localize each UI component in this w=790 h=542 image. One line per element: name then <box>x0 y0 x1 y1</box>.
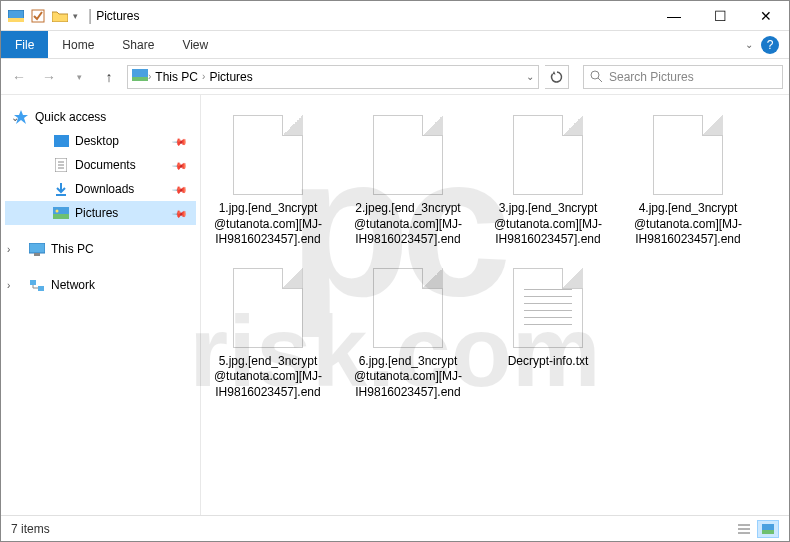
statusbar: 7 items <box>1 515 789 541</box>
sidebar-item-network[interactable]: › Network <box>5 273 196 297</box>
file-name: 1.jpg.[end_3ncrypt@tutanota.com][MJ-IH98… <box>213 201 323 248</box>
file-item[interactable]: 1.jpg.[end_3ncrypt@tutanota.com][MJ-IH98… <box>213 115 323 248</box>
svg-rect-19 <box>30 280 36 285</box>
sidebar-item-downloads[interactable]: Downloads 📌 <box>5 177 196 201</box>
file-item[interactable]: 4.jpg.[end_3ncrypt@tutanota.com][MJ-IH98… <box>633 115 743 248</box>
blank-file-icon <box>653 115 723 195</box>
text-file-icon <box>513 268 583 348</box>
file-item[interactable]: Decrypt-info.txt <box>493 268 603 401</box>
svg-rect-17 <box>29 243 45 253</box>
pin-icon: 📌 <box>172 205 188 221</box>
picture-icon <box>53 205 69 221</box>
expand-icon[interactable]: › <box>7 244 10 255</box>
blank-file-icon <box>373 268 443 348</box>
help-icon[interactable]: ? <box>761 36 779 54</box>
sidebar-item-desktop[interactable]: Desktop 📌 <box>5 129 196 153</box>
search-icon <box>590 70 603 83</box>
sidebar-item-documents[interactable]: Documents 📌 <box>5 153 196 177</box>
sidebar-item-this-pc[interactable]: › This PC <box>5 237 196 261</box>
search-input[interactable]: Search Pictures <box>583 65 783 89</box>
expand-icon[interactable]: › <box>7 280 10 291</box>
recent-dropdown-icon[interactable]: ▾ <box>67 65 91 89</box>
explorer-icon <box>7 7 25 25</box>
file-name: 5.jpg.[end_3ncrypt@tutanota.com][MJ-IH98… <box>213 354 323 401</box>
svg-point-16 <box>56 210 59 213</box>
file-name: Decrypt-info.txt <box>508 354 589 370</box>
breadcrumb[interactable]: This PC <box>151 70 202 84</box>
svg-rect-4 <box>132 77 148 81</box>
sidebar-item-quick-access[interactable]: ⌄ Quick access <box>5 105 196 129</box>
blank-file-icon <box>513 115 583 195</box>
download-icon <box>53 181 69 197</box>
ribbon-expand-icon[interactable]: ⌄ <box>745 39 753 50</box>
minimize-button[interactable]: — <box>651 1 697 31</box>
file-item[interactable]: 6.jpg.[end_3ncrypt@tutanota.com][MJ-IH98… <box>353 268 463 401</box>
address-dropdown-icon[interactable]: ⌄ <box>526 71 534 82</box>
computer-icon <box>29 241 45 257</box>
svg-rect-7 <box>54 135 69 145</box>
pin-icon: 📌 <box>172 181 188 197</box>
qat-folder-icon[interactable] <box>51 7 69 25</box>
file-item[interactable]: 5.jpg.[end_3ncrypt@tutanota.com][MJ-IH98… <box>213 268 323 401</box>
back-button[interactable]: ← <box>7 65 31 89</box>
svg-rect-25 <box>762 530 774 534</box>
navbar: ← → ▾ ↑ › This PC › Pictures ⌄ Search Pi… <box>1 59 789 95</box>
svg-rect-15 <box>53 214 69 219</box>
desktop-icon <box>53 133 69 149</box>
svg-rect-20 <box>38 286 44 291</box>
details-view-button[interactable] <box>733 520 755 538</box>
network-icon <box>29 277 45 293</box>
pin-icon: 📌 <box>172 133 188 149</box>
file-name: 6.jpg.[end_3ncrypt@tutanota.com][MJ-IH98… <box>353 354 463 401</box>
file-list[interactable]: 1.jpg.[end_3ncrypt@tutanota.com][MJ-IH98… <box>201 95 789 515</box>
file-item[interactable]: 2.jpeg.[end_3ncrypt@tutanota.com][MJ-IH9… <box>353 115 463 248</box>
view-tab[interactable]: View <box>168 31 222 58</box>
svg-line-6 <box>598 78 602 82</box>
address-bar[interactable]: › This PC › Pictures ⌄ <box>127 65 539 89</box>
window-title: Pictures <box>96 9 139 23</box>
document-icon <box>53 157 69 173</box>
titlebar: ▾ | Pictures — ☐ ✕ <box>1 1 789 31</box>
home-tab[interactable]: Home <box>48 31 108 58</box>
icons-view-button[interactable] <box>757 520 779 538</box>
blank-file-icon <box>233 115 303 195</box>
forward-button[interactable]: → <box>37 65 61 89</box>
blank-file-icon <box>233 268 303 348</box>
share-tab[interactable]: Share <box>108 31 168 58</box>
pin-icon: 📌 <box>172 157 188 173</box>
ribbon: File Home Share View ⌄ ? <box>1 31 789 59</box>
qat-dropdown-icon[interactable]: ▾ <box>73 11 78 21</box>
svg-rect-18 <box>34 253 40 256</box>
qat-properties-icon[interactable] <box>29 7 47 25</box>
item-count: 7 items <box>11 522 50 536</box>
sidebar-item-pictures[interactable]: Pictures 📌 <box>5 201 196 225</box>
file-tab[interactable]: File <box>1 31 48 58</box>
file-name: 2.jpeg.[end_3ncrypt@tutanota.com][MJ-IH9… <box>353 201 463 248</box>
breadcrumb[interactable]: Pictures <box>205 70 256 84</box>
refresh-button[interactable] <box>545 65 569 89</box>
file-item[interactable]: 3.jpg.[end_3ncrypt@tutanota.com][MJ-IH98… <box>493 115 603 248</box>
blank-file-icon <box>373 115 443 195</box>
collapse-icon[interactable]: ⌄ <box>11 112 19 123</box>
svg-rect-8 <box>54 145 69 147</box>
up-button[interactable]: ↑ <box>97 65 121 89</box>
svg-rect-1 <box>8 18 24 22</box>
close-button[interactable]: ✕ <box>743 1 789 31</box>
file-name: 4.jpg.[end_3ncrypt@tutanota.com][MJ-IH98… <box>633 201 743 248</box>
folder-icon <box>132 69 148 84</box>
file-name: 3.jpg.[end_3ncrypt@tutanota.com][MJ-IH98… <box>493 201 603 248</box>
svg-point-5 <box>591 71 599 79</box>
sidebar: ⌄ Quick access Desktop 📌 Documents 📌 Dow… <box>1 95 201 515</box>
maximize-button[interactable]: ☐ <box>697 1 743 31</box>
